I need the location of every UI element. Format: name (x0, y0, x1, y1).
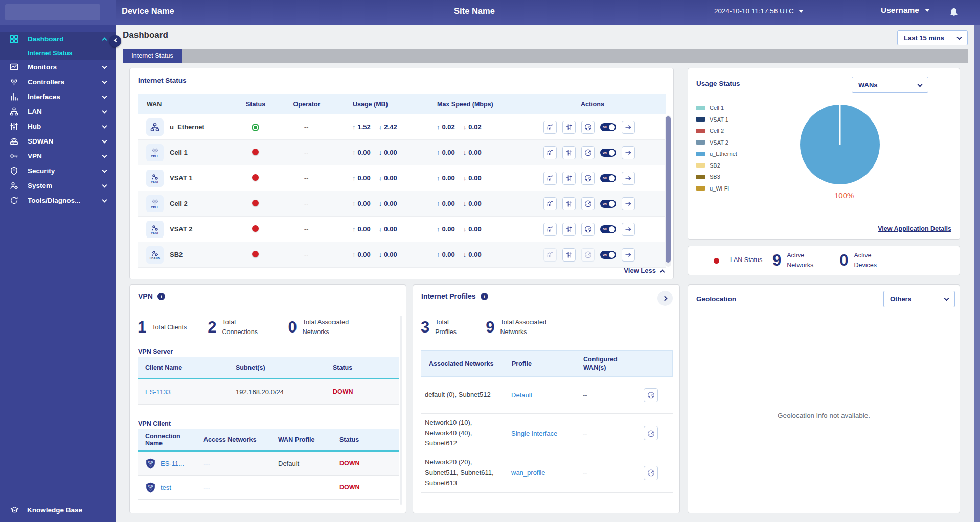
arrow-right-button[interactable] (622, 121, 635, 134)
stat-value: 0 (839, 251, 848, 270)
sliders-icon-button[interactable] (562, 121, 576, 134)
gauge-button[interactable] (644, 388, 658, 402)
timestamp-dropdown[interactable]: 2024-10-10 11:17:56 UTC (714, 7, 804, 15)
download-value: ↓0.00 (379, 149, 397, 156)
up-arrow-icon: ↑ (352, 200, 356, 207)
sidebar-item-tools-diagnos[interactable]: Tools/Diagnos... (0, 193, 116, 208)
sidebar-collapse-button[interactable] (109, 35, 121, 47)
connection-name-link[interactable]: ES-11... (161, 460, 184, 467)
legend-label: VSAT 2 (710, 139, 728, 146)
usage-filter-select[interactable]: WANs (852, 77, 928, 93)
page-scrollbar[interactable] (974, 25, 980, 522)
chart-icon-button[interactable] (543, 121, 557, 134)
access-networks-value: --- (196, 484, 270, 491)
profiles-next-button[interactable] (657, 291, 673, 306)
chevron-down-icon (918, 82, 923, 87)
sidebar-item-controllers[interactable]: Controllers (0, 75, 116, 89)
gauge-icon-button[interactable] (581, 121, 595, 134)
chart-icon-button[interactable] (543, 172, 557, 185)
sliders-icon-button[interactable] (562, 146, 576, 159)
connection-name-link[interactable]: test (161, 484, 171, 491)
enable-toggle[interactable]: ON (600, 123, 616, 131)
sidebar-item-lan[interactable]: LAN (0, 104, 116, 119)
gauge-button[interactable] (644, 466, 658, 480)
client-name-link[interactable]: ES-1133 (138, 388, 228, 396)
enable-toggle[interactable]: ON (600, 225, 616, 233)
sliders-icon-button[interactable] (562, 172, 576, 185)
up-arrow-icon: ↑ (352, 123, 356, 131)
active-networks-link[interactable]: Active Networks (787, 251, 823, 270)
sidebar-item-system[interactable]: System (0, 178, 116, 193)
upload-value: ↑0.00 (352, 251, 371, 258)
speed-cell: ↑0.00↓0.00 (424, 200, 541, 207)
info-icon[interactable] (157, 293, 165, 300)
arrow-right-button[interactable] (622, 223, 635, 236)
wan-type-badge: CELL (151, 155, 159, 158)
legend-item: u_Wi-Fi (696, 183, 737, 195)
stat-item: 0Active Devices (839, 251, 890, 270)
status-down-indicator (252, 174, 259, 181)
view-less-link[interactable]: View Less (624, 267, 664, 274)
view-application-details-link[interactable]: View Application Details (878, 225, 951, 232)
chevron-down-icon (102, 168, 107, 173)
sidebar-item-monitors[interactable]: Monitors (0, 60, 116, 75)
lan-status-link[interactable]: LAN Status (730, 255, 764, 265)
enable-toggle[interactable]: ON (600, 251, 616, 259)
sidebar-item-interfaces[interactable]: Interfaces (0, 89, 116, 104)
chart-icon-button[interactable] (543, 223, 557, 236)
vpn-shield-icon: VPN (145, 482, 156, 493)
profile-link[interactable]: Default (504, 391, 575, 399)
gauge-icon-button[interactable] (581, 223, 595, 236)
active-devices-link[interactable]: Active Devices (854, 251, 890, 270)
panel-scrollbar[interactable] (400, 316, 402, 505)
sidebar-item-dashboard[interactable]: Dashboard (0, 32, 116, 46)
chevron-down-icon (102, 64, 107, 69)
connection-cell: VPNtest (138, 482, 196, 493)
tab-internet-status[interactable]: Internet Status (123, 49, 182, 63)
profile-link[interactable]: Single Interface (504, 430, 575, 437)
arrow-right-button[interactable] (622, 172, 635, 185)
column-header: Access Networks (196, 436, 270, 443)
gauge-icon-button[interactable] (581, 197, 595, 210)
chart-icon-button[interactable] (543, 248, 557, 262)
sliders-icon-button[interactable] (562, 248, 576, 262)
sidebar-item-sdwan[interactable]: SDWAN (0, 134, 116, 149)
chart-icon-button[interactable] (543, 146, 557, 159)
wan-type-badge: VSAT (151, 180, 158, 183)
down-arrow-icon: ↓ (379, 200, 382, 207)
time-range-select[interactable]: Last 15 mins (897, 30, 968, 45)
enable-toggle[interactable]: ON (600, 200, 616, 208)
user-menu[interactable]: Username (881, 6, 930, 15)
operator-cell: -- (273, 123, 339, 131)
notifications-bell-icon[interactable] (949, 7, 959, 18)
sliders-icon-button[interactable] (562, 197, 576, 210)
enable-toggle[interactable]: ON (600, 149, 616, 157)
lan-summary-card: LAN Status9Active Networks0Active Device… (688, 246, 960, 275)
gauge-icon-button[interactable] (581, 248, 595, 262)
gauge-button[interactable] (644, 426, 658, 440)
speed-cell: ↑0.00↓0.00 (424, 149, 541, 156)
geolocation-filter-select[interactable]: Others (883, 291, 955, 307)
sidebar-item-hub[interactable]: Hub (0, 119, 116, 134)
knowledge-base-link[interactable]: Knowledge Base (9, 505, 82, 514)
arrow-right-button[interactable] (622, 146, 635, 159)
info-icon[interactable] (481, 293, 488, 300)
gauge-icon-button[interactable] (581, 146, 595, 159)
table-scrollbar[interactable] (665, 115, 671, 267)
sliders-icon-button[interactable] (562, 223, 576, 236)
sidebar-item-label: Interfaces (28, 93, 103, 101)
access-networks-value: --- (196, 460, 270, 467)
sidebar-item-internet-status[interactable]: Internet Status (0, 46, 116, 60)
chart-icon-button[interactable] (543, 197, 557, 210)
enable-toggle[interactable]: ON (600, 174, 616, 182)
gauge-icon-button[interactable] (581, 172, 595, 185)
scrollbar-thumb[interactable] (666, 116, 671, 263)
sidebar-item-security[interactable]: Security (0, 163, 116, 178)
sidebar: DashboardInternet StatusMonitorsControll… (0, 25, 116, 522)
sidebar-item-vpn[interactable]: VPN (0, 149, 116, 163)
profile-link[interactable]: wan_profile (504, 469, 575, 477)
arrow-right-button[interactable] (622, 248, 635, 262)
sidebar-item-label: Controllers (28, 78, 103, 86)
arrow-right-button[interactable] (622, 197, 635, 210)
speed-cell: ↑0.00↓0.00 (424, 251, 541, 258)
